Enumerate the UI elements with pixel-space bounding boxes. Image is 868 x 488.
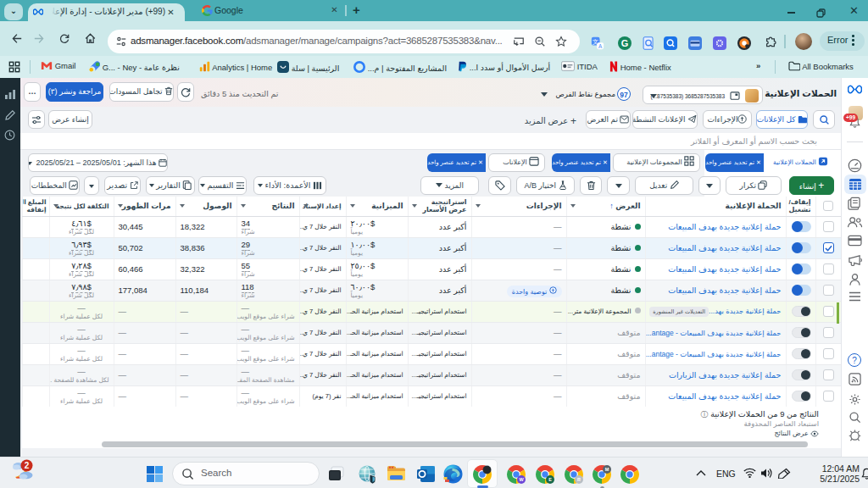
svg-text:2: 2 [25,461,30,470]
svg-text:R: R [577,477,581,482]
svg-text:E: E [548,477,552,482]
svg-text:W: W [519,477,524,482]
svg-text:M: M [605,467,609,472]
